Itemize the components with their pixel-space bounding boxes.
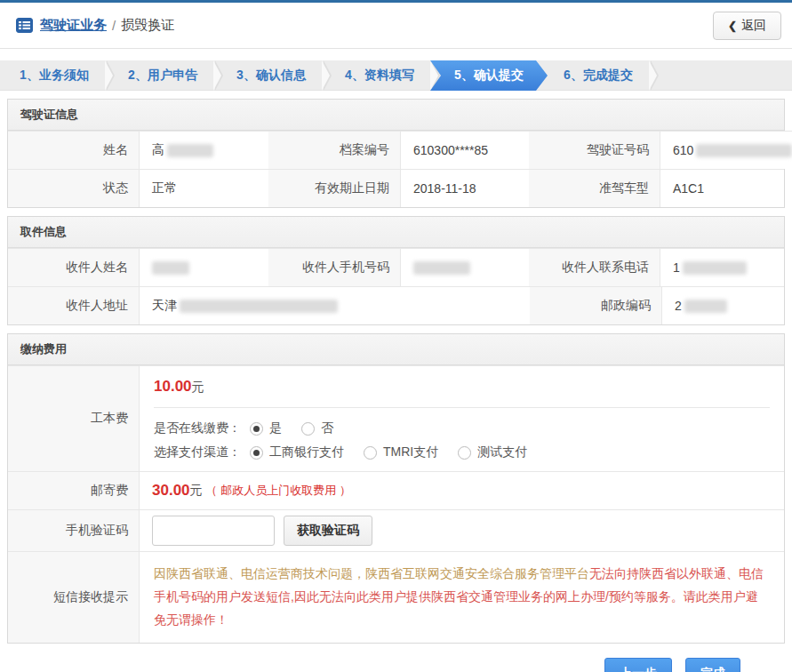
pickup-row-2: 收件人地址 天津 邮政编码 2 — [8, 286, 784, 324]
channel-test-label: 测试支付 — [477, 444, 527, 460]
redacted-blur — [413, 261, 470, 275]
recipient-mobile-label: 收件人手机号码 — [268, 248, 400, 286]
postage-fee-row: 邮寄费 30.00元 （ 邮政人员上门收取费用 ） — [8, 471, 784, 509]
sms-code-row: 手机验证码 获取验证码 — [8, 509, 784, 551]
online-payment-line: 是否在线缴费： 是 否 — [154, 420, 770, 436]
back-chevron-icon: ❮ — [728, 20, 737, 32]
page-header: 驾驶证业务 / 损毁换证 ❮ 返回 — [0, 3, 792, 49]
section-pickup-title: 取件信息 — [8, 217, 784, 248]
recipient-address-value: 天津 — [139, 286, 530, 324]
vehicle-class-label: 准驾车型 — [529, 169, 660, 207]
postage-fee-label: 邮寄费 — [8, 471, 139, 509]
channel-tmri-option[interactable]: TMRI支付 — [364, 444, 438, 460]
step-1-label: 1、业务须知 — [20, 68, 89, 84]
step-wizard: 1、业务须知 2、用户申告 3、确认信息 4、资料填写 5、确认提交 6、完成提… — [0, 60, 792, 91]
postal-code-value: 2 — [661, 286, 784, 324]
step-2-label: 2、用户申告 — [128, 68, 197, 84]
channel-icbc-label: 工商银行支付 — [269, 444, 344, 460]
file-number-value: 610300****85 — [400, 131, 529, 169]
sms-notice-row: 短信接收提示 因陕西省联通、电信运营商技术问题，陕西省互联网交通安全综合服务管理… — [8, 551, 784, 643]
online-payment-no-option[interactable]: 否 — [301, 420, 333, 436]
radio-yes-icon[interactable] — [250, 422, 263, 436]
sms-notice-value: 因陕西省联通、电信运营商技术问题，陕西省互联网交通安全综合服务管理平台无法向持陕… — [139, 551, 784, 643]
redacted-blur — [683, 261, 747, 275]
name-label: 姓名 — [8, 131, 139, 169]
postage-fee-note: （ 邮政人员上门收取费用 ） — [206, 483, 351, 499]
expiry-date-label: 有效期止日期 — [268, 169, 400, 207]
vehicle-class-value: A1C1 — [660, 169, 784, 207]
postage-fee-value: 30.00元 （ 邮政人员上门收取费用 ） — [139, 471, 784, 509]
step-5-confirm-submit[interactable]: 5、确认提交 — [430, 60, 548, 91]
payment-channel-line: 选择支付渠道： 工商银行支付 TMRI支付 测试支付 — [154, 444, 770, 460]
radio-no-icon[interactable] — [301, 422, 315, 436]
payment-channel-caption: 选择支付渠道： — [154, 444, 241, 460]
license-number-value: 610 — [660, 131, 792, 169]
channel-test-option[interactable]: 测试支付 — [458, 444, 527, 460]
step-1-business-notice[interactable]: 1、业务须知 — [0, 60, 108, 91]
radio-icbc-icon[interactable] — [250, 446, 263, 460]
recipient-name-value — [139, 248, 268, 286]
recipient-mobile-value — [400, 248, 529, 286]
postage-fee-amount: 30.00 — [152, 482, 190, 500]
channel-tmri-label: TMRI支付 — [383, 444, 438, 460]
back-button-label: 返回 — [741, 18, 766, 34]
breadcrumb-section-link[interactable]: 驾驶证业务 — [40, 17, 107, 34]
step-5-label: 5、确认提交 — [454, 68, 524, 84]
postage-fee-unit: 元 — [190, 483, 203, 499]
recipient-phone-value: 1 — [660, 248, 784, 286]
production-fee-unit: 元 — [192, 380, 204, 394]
license-row-1: 姓名 高 档案编号 610300****85 驾驶证号码 610 — [8, 131, 784, 169]
online-payment-no-label: 否 — [321, 420, 333, 436]
production-fee-amount: 10.00 — [154, 378, 192, 395]
postal-code-label: 邮政编码 — [530, 286, 661, 324]
redacted-blur — [180, 300, 338, 313]
online-payment-yes-option[interactable]: 是 — [250, 420, 282, 436]
sms-notice-label: 短信接收提示 — [8, 551, 139, 643]
sms-code-value-cell: 获取验证码 — [139, 509, 784, 551]
redacted-blur — [167, 144, 213, 157]
breadcrumb-current-page: 损毁换证 — [121, 17, 174, 34]
radio-test-icon[interactable] — [458, 446, 471, 460]
previous-step-button[interactable]: 上一步 — [604, 658, 672, 672]
section-license-title: 驾驶证信息 — [8, 100, 784, 131]
fee-divider — [154, 407, 770, 408]
online-payment-yes-label: 是 — [269, 420, 282, 436]
status-label: 状态 — [8, 169, 139, 207]
online-payment-caption: 是否在线缴费： — [154, 420, 241, 436]
pickup-row-1: 收件人姓名 收件人手机号码 收件人联系电话 1 — [8, 248, 784, 286]
redacted-blur — [696, 144, 792, 157]
step-3-confirm-info[interactable]: 3、确认信息 — [217, 60, 325, 91]
expiry-date-value: 2018-11-18 — [400, 169, 529, 207]
step-6-complete-submit[interactable]: 6、完成提交 — [544, 60, 652, 91]
step-4-label: 4、资料填写 — [345, 68, 414, 84]
channel-icbc-option[interactable]: 工商银行支付 — [250, 444, 344, 460]
sms-code-input[interactable] — [152, 516, 275, 546]
step-3-label: 3、确认信息 — [236, 68, 306, 84]
section-fees: 缴纳费用 工本费 10.00元 是否在线缴费： 是 否 — [7, 333, 785, 644]
redacted-blur — [152, 261, 189, 275]
production-fee-amount-line: 10.00元 — [154, 378, 770, 396]
breadcrumb-separator: / — [112, 18, 116, 33]
footer-action-bar: 上一步 完成 — [0, 644, 792, 672]
step-2-user-declaration[interactable]: 2、用户申告 — [108, 60, 217, 91]
redacted-blur — [684, 300, 727, 313]
sms-notice-text-tan: 因陕西省联通、电信运营商技术问题，陕西省互联网交通安全综合服务管理平台 — [154, 566, 589, 580]
license-business-icon — [16, 18, 33, 33]
step-4-fill-materials[interactable]: 4、资料填写 — [325, 60, 434, 91]
sms-code-label: 手机验证码 — [8, 509, 139, 551]
production-fee-label: 工本费 — [8, 365, 139, 471]
recipient-name-label: 收件人姓名 — [8, 248, 139, 286]
finish-button[interactable]: 完成 — [685, 658, 740, 672]
section-license-info: 驾驶证信息 姓名 高 档案编号 610300****85 驾驶证号码 610 状… — [7, 99, 785, 208]
recipient-address-label: 收件人地址 — [8, 286, 139, 324]
step-6-label: 6、完成提交 — [564, 68, 633, 84]
get-sms-code-button[interactable]: 获取验证码 — [284, 516, 372, 546]
license-row-2: 状态 正常 有效期止日期 2018-11-18 准驾车型 A1C1 — [8, 169, 784, 207]
license-number-label: 驾驶证号码 — [529, 131, 660, 169]
section-pickup-info: 取件信息 收件人姓名 收件人手机号码 收件人联系电话 1 收件人地址 天津 邮政… — [7, 216, 785, 325]
section-fees-title: 缴纳费用 — [8, 334, 784, 365]
radio-tmri-icon[interactable] — [364, 446, 377, 460]
steps-filler — [652, 60, 792, 90]
back-button[interactable]: ❮ 返回 — [713, 12, 781, 40]
status-value: 正常 — [139, 169, 268, 207]
